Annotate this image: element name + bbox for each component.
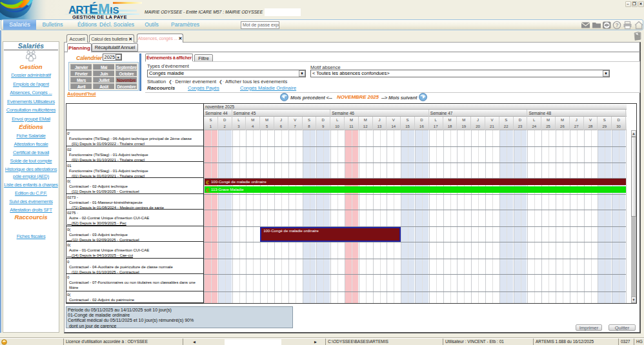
svg-text:€: € bbox=[206, 179, 209, 185]
svg-text:?: ? bbox=[615, 22, 618, 28]
svg-text:€: € bbox=[206, 187, 209, 193]
